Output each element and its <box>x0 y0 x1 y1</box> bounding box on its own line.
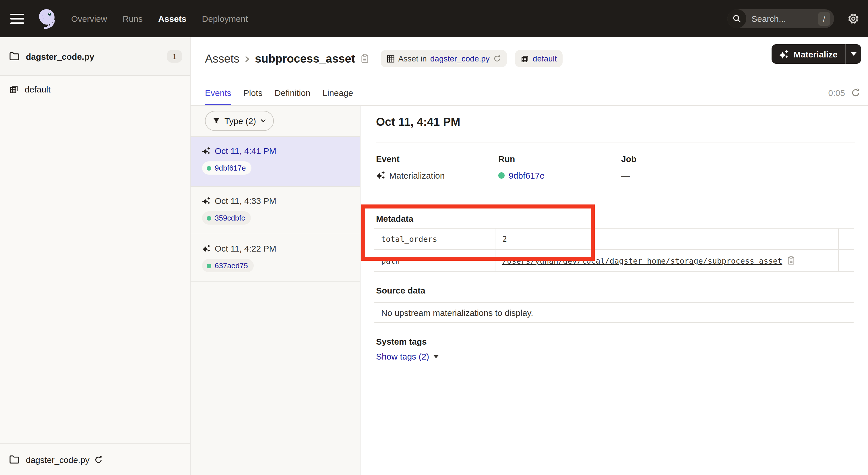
refresh-timer: 0:05 <box>828 88 845 97</box>
divider <box>376 195 856 195</box>
metadata-extra-cell <box>839 229 854 250</box>
run-column-label: Run <box>498 154 545 164</box>
page-title: subprocess_asset <box>255 52 355 65</box>
event-detail-pane: Oct 11, 4:41 PM Event Materialization Ru… <box>361 106 868 475</box>
chevron-down-icon <box>260 118 267 124</box>
refresh-icon[interactable] <box>851 88 861 97</box>
run-id-link: 9dbf617e <box>215 164 246 172</box>
nav-deployment[interactable]: Deployment <box>202 14 248 24</box>
dagster-logo-icon[interactable] <box>34 7 59 31</box>
asset-group-icon <box>9 84 19 94</box>
sparkle-icon <box>779 49 789 59</box>
filter-funnel-icon <box>212 117 220 125</box>
copy-asset-name-icon[interactable] <box>360 53 369 64</box>
materialize-dropdown-button[interactable] <box>846 44 861 64</box>
nav-overview[interactable]: Overview <box>71 14 107 24</box>
event-detail-title: Oct 11, 4:41 PM <box>376 115 460 129</box>
materialization-sparkle-icon <box>202 244 211 253</box>
tab-events[interactable]: Events <box>205 80 231 105</box>
group-link[interactable]: default <box>533 54 557 63</box>
reload-icon[interactable] <box>94 455 103 464</box>
run-column: Run 9dbf617e <box>498 154 545 181</box>
caret-down-icon <box>433 355 438 358</box>
asset-tabs: Events Plots Definition Lineage 0:05 <box>191 80 868 106</box>
event-row[interactable]: Oct 11, 4:33 PM 359cdbfc <box>191 187 360 234</box>
type-filter-button[interactable]: Type (2) <box>205 111 274 131</box>
source-data-empty-text: No upstream materializations to display. <box>381 307 533 317</box>
type-filter-label: Type (2) <box>224 116 256 126</box>
job-column: Job — <box>621 154 637 181</box>
sidebar: dagster_code.py 1 default dagster_code.p… <box>0 37 191 475</box>
source-data-heading: Source data <box>376 286 425 295</box>
search-shortcut-key: / <box>818 12 830 26</box>
event-timestamp: Oct 11, 4:41 PM <box>215 146 276 155</box>
sidebar-footer: dagster_code.py <box>0 443 190 475</box>
job-value: — <box>621 170 630 180</box>
run-pill[interactable]: 359cdbfc <box>202 211 251 225</box>
search-icon <box>727 9 746 28</box>
metadata-value: /Users/yuhan/dev/local/dagster_home/stor… <box>495 250 839 271</box>
gear-icon[interactable] <box>847 12 860 25</box>
breadcrumb-assets[interactable]: Assets <box>205 52 239 65</box>
event-row[interactable]: Oct 11, 4:41 PM 9dbf617e <box>191 137 360 187</box>
divider <box>376 142 856 143</box>
event-row[interactable]: Oct 11, 4:22 PM 637aed75 <box>191 234 360 282</box>
run-status-dot <box>207 166 211 170</box>
app-root: Overview Runs Assets Deployment Search..… <box>0 0 868 475</box>
nav-right: Search... / <box>727 9 860 28</box>
copy-path-icon[interactable] <box>787 256 795 265</box>
folder-icon <box>9 455 20 464</box>
chevron-right-icon <box>244 55 250 63</box>
materialize-button[interactable]: Materialize <box>772 44 861 64</box>
group-badge: default <box>515 50 563 67</box>
system-tags-heading: System tags <box>376 336 427 346</box>
caret-down-icon <box>850 52 856 56</box>
asset-location-badge: Asset in dagster_code.py <box>380 50 507 67</box>
asset-group-icon <box>521 54 529 63</box>
materialization-sparkle-icon <box>376 171 385 180</box>
search-input[interactable]: Search... / <box>727 9 834 28</box>
event-timestamp: Oct 11, 4:33 PM <box>215 196 276 205</box>
path-link[interactable]: /Users/yuhan/dev/local/dagster_home/stor… <box>502 256 782 265</box>
asset-count-badge: 1 <box>167 50 182 63</box>
event-type-value: Materialization <box>389 170 445 180</box>
metadata-value: 2 <box>495 229 839 250</box>
page-header: Assets subprocess_asset <box>191 37 868 80</box>
folder-icon <box>9 52 20 61</box>
metadata-key: total_orders <box>374 229 495 250</box>
run-status-dot <box>207 263 211 268</box>
run-status-dot <box>207 216 211 220</box>
asset-in-label: Asset in <box>398 54 427 63</box>
run-pill[interactable]: 637aed75 <box>202 259 254 272</box>
nav-assets[interactable]: Assets <box>158 14 186 24</box>
run-id-link[interactable]: 9dbf617e <box>508 170 545 180</box>
event-timestamp: Oct 11, 4:22 PM <box>215 243 276 253</box>
tab-plots[interactable]: Plots <box>243 80 262 105</box>
sidebar-item-code-location[interactable]: dagster_code.py 1 <box>0 37 190 76</box>
reload-code-location-icon[interactable] <box>493 55 501 63</box>
materialize-label: Materialize <box>794 49 838 59</box>
nav-runs[interactable]: Runs <box>123 14 143 24</box>
search-placeholder: Search... <box>751 14 818 24</box>
tab-definition[interactable]: Definition <box>274 80 310 105</box>
metadata-heading: Metadata <box>376 214 413 224</box>
event-column-label: Event <box>376 154 445 164</box>
materialization-sparkle-icon <box>202 146 211 155</box>
code-location-link[interactable]: dagster_code.py <box>430 54 490 63</box>
tab-lineage[interactable]: Lineage <box>322 80 353 105</box>
run-pill[interactable]: 9dbf617e <box>202 161 251 175</box>
menu-icon[interactable] <box>10 13 24 24</box>
run-id-link: 359cdbfc <box>215 214 245 222</box>
event-column: Event Materialization <box>376 154 445 181</box>
source-data-empty-state: No upstream materializations to display. <box>374 302 854 323</box>
metadata-table: total_orders 2 path /Users/yuhan/dev/loc… <box>374 228 854 272</box>
header-badges: Asset in dagster_code.py <box>380 50 563 67</box>
events-list-pane: Type (2) Oct 11, 4:41 PM 9dbf617e <box>191 106 361 475</box>
group-label: default <box>25 84 51 94</box>
show-tags-toggle[interactable]: Show tags (2) <box>376 352 438 361</box>
table-grid-icon <box>386 54 395 63</box>
sidebar-item-default-group[interactable]: default <box>0 76 190 102</box>
primary-nav: Overview Runs Assets Deployment <box>71 14 248 24</box>
top-nav: Overview Runs Assets Deployment Search..… <box>0 0 868 37</box>
job-column-label: Job <box>621 154 637 164</box>
